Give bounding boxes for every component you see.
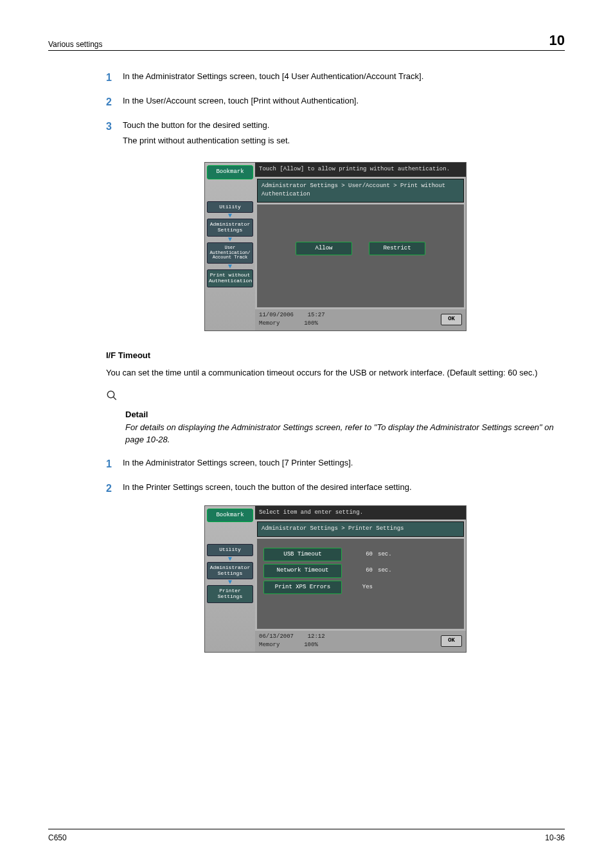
step-b-1: 1 In the Administrator Settings screen, … <box>106 457 565 472</box>
status-bar: 11/09/2006 15:27 Memory 100% OK <box>255 309 466 330</box>
nav-printer-settings[interactable]: Printer Settings <box>207 585 253 603</box>
nav-user-auth[interactable]: User Authentication/ Account Track <box>207 242 253 264</box>
svg-point-0 <box>107 391 114 398</box>
nav-print-without-auth[interactable]: Print without Authentication <box>207 269 253 287</box>
step-a-2: 2 In the User/Account screen, touch [Pri… <box>106 95 565 110</box>
status-time: 12:12 <box>308 633 325 640</box>
nav-admin-settings[interactable]: Administrator Settings <box>207 219 253 237</box>
setting-row-usb: USB Timeout 60 sec. <box>263 548 458 562</box>
status-date: 06/13/2007 <box>259 633 294 640</box>
instruction-bar: Touch [Allow] to allow printing without … <box>255 163 466 177</box>
section-body: You can set the time until a communicati… <box>106 366 565 379</box>
network-timeout-value: 60 <box>347 566 373 575</box>
network-timeout-unit: sec. <box>378 566 392 575</box>
status-memory-label: Memory <box>259 320 280 327</box>
header-chapter-number: 10 <box>549 32 565 49</box>
status-memory-pct: 100% <box>304 642 318 648</box>
status-time: 15:27 <box>308 312 325 318</box>
ok-button[interactable]: OK <box>441 635 462 647</box>
usb-timeout-value: 60 <box>347 550 373 559</box>
step-subtext: The print without authentication setting… <box>123 134 565 147</box>
network-timeout-button[interactable]: Network Timeout <box>263 564 342 578</box>
footer-model: C650 <box>48 833 67 842</box>
step-a-3: 3 Touch the button for the desired setti… <box>106 119 565 153</box>
breadcrumb: Administrator Settings > User/Account > … <box>257 179 464 203</box>
detail-text: For details on displaying the Administra… <box>125 421 565 446</box>
section-title-if-timeout: I/F Timeout <box>106 349 565 362</box>
usb-timeout-unit: sec. <box>378 550 392 559</box>
status-memory-pct: 100% <box>304 320 318 327</box>
step-text: In the Administrator Settings screen, to… <box>123 70 565 86</box>
breadcrumb: Administrator Settings > Printer Setting… <box>257 521 464 537</box>
detail-label: Detail <box>125 410 148 419</box>
page-footer: C650 10-36 <box>48 829 565 842</box>
header-section: Various settings <box>48 40 103 49</box>
allow-button[interactable]: Allow <box>296 242 352 256</box>
footer-page-number: 10-36 <box>545 833 565 842</box>
arrow-down-icon: ▼ <box>207 581 253 584</box>
ok-button[interactable]: OK <box>441 314 462 325</box>
bookmark-tab[interactable]: Bookmark <box>207 165 253 179</box>
step-a-1: 1 In the Administrator Settings screen, … <box>106 70 565 86</box>
arrow-down-icon: ▼ <box>207 265 253 268</box>
step-number: 1 <box>106 70 123 86</box>
nav-utility[interactable]: Utility <box>207 201 253 213</box>
step-text: In the User/Account screen, touch [Print… <box>123 95 565 110</box>
instruction-bar: Select item and enter setting. <box>255 506 466 520</box>
nav-admin-settings[interactable]: Administrator Settings <box>207 562 253 580</box>
nav-utility[interactable]: Utility <box>207 544 253 556</box>
step-b-2: 2 In the Printer Settings screen, touch … <box>106 481 565 496</box>
step-number: 2 <box>106 95 123 110</box>
arrow-down-icon: ▼ <box>207 557 253 561</box>
status-memory-label: Memory <box>259 642 280 648</box>
screenshot-print-without-auth: Bookmark Utility ▼ Administrator Setting… <box>204 162 466 331</box>
restrict-button[interactable]: Restrict <box>369 242 425 256</box>
status-date: 11/09/2006 <box>259 312 294 318</box>
step-number: 1 <box>106 457 123 472</box>
step-text: In the Printer Settings screen, touch th… <box>123 481 565 496</box>
screenshot-printer-settings: Bookmark Utility ▼ Administrator Setting… <box>204 505 466 653</box>
arrow-down-icon: ▼ <box>207 238 253 241</box>
setting-row-network: Network Timeout 60 sec. <box>263 564 458 578</box>
detail-icon <box>106 390 118 405</box>
step-text: Touch the button for the desired setting… <box>123 119 565 132</box>
svg-line-1 <box>113 397 116 400</box>
print-xps-errors-button[interactable]: Print XPS Errors <box>263 581 342 595</box>
setting-row-xps: Print XPS Errors Yes <box>263 581 458 595</box>
print-xps-errors-value: Yes <box>347 583 373 592</box>
main-area: Allow Restrict <box>257 204 464 307</box>
bookmark-tab[interactable]: Bookmark <box>207 509 253 523</box>
arrow-down-icon: ▼ <box>207 214 253 217</box>
step-number: 3 <box>106 119 123 153</box>
status-bar: 06/13/2007 12:12 Memory 100% OK <box>255 631 466 652</box>
main-area: USB Timeout 60 sec. Network Timeout 60 s… <box>257 539 464 629</box>
step-number: 2 <box>106 481 123 496</box>
page-header: Various settings 10 <box>48 32 565 51</box>
step-text: In the Administrator Settings screen, to… <box>123 457 565 472</box>
usb-timeout-button[interactable]: USB Timeout <box>263 548 342 562</box>
